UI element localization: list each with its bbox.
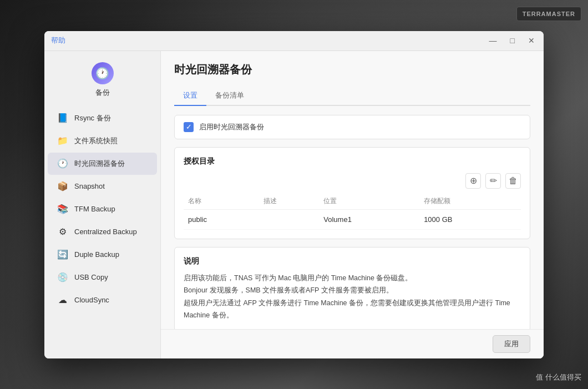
cell-name: public xyxy=(184,209,259,229)
nav-icon-timemachine: 🕐 xyxy=(57,158,69,170)
sidebar-item-centralized-backup[interactable]: ⚙ Centralized Backup xyxy=(48,221,157,243)
notes-title: 说明 xyxy=(184,256,521,266)
notes-section: 说明 启用该功能后，TNAS 可作为 Mac 电脑用户的 Time Machin… xyxy=(174,247,530,329)
titlebar: 帮助 — □ ✕ xyxy=(44,31,544,51)
dir-table: 名称 描述 位置 存储配额 public Volume1 1000 GB xyxy=(184,193,521,230)
col-name: 名称 xyxy=(184,193,259,210)
sidebar-title: 备份 xyxy=(95,88,110,98)
nav-icon-cloudsync: ☁ xyxy=(57,294,69,306)
authorized-dir-card: 授权目录 ⊕ ✏ 🗑 名称 描述 位置 存储配额 xyxy=(174,147,530,239)
note-line: 超级用户无法通过 AFP 文件服务进行 Time Machine 备份，您需要创… xyxy=(184,297,521,322)
enable-label: 启用时光回溯器备份 xyxy=(199,122,264,132)
check-icon: ✓ xyxy=(186,123,192,130)
sidebar-item-usb-copy[interactable]: 💿 USB Copy xyxy=(48,266,157,289)
main-header: 时光回溯器备份 设置备份清单 xyxy=(161,51,544,106)
tab-backup-list[interactable]: 备份清单 xyxy=(206,86,253,106)
page-title: 时光回溯器备份 xyxy=(174,62,530,77)
cell-desc xyxy=(259,209,320,229)
sidebar-item-rsync[interactable]: 📘 Rsync 备份 xyxy=(48,107,157,129)
nav-icon-duple-backup: 🔄 xyxy=(57,249,69,261)
main-window: 帮助 — □ ✕ 🕐 备份 📘 Rsync 备份 📁 文件系统快照 🕐 时光回溯… xyxy=(44,31,544,358)
nav-label-rsync: Rsync 备份 xyxy=(74,113,111,123)
nav-icon-rsync: 📘 xyxy=(57,112,69,124)
table-actions: ⊕ ✏ 🗑 xyxy=(184,173,521,189)
notes-body: 启用该功能后，TNAS 可作为 Mac 电脑用户的 Time Machine 备… xyxy=(184,272,521,322)
watermark: 值 什么值得买 xyxy=(536,372,581,382)
cell-quota: 1000 GB xyxy=(419,209,521,229)
nav-icon-tfm-backup: 📚 xyxy=(57,203,69,215)
window-body: 🕐 备份 📘 Rsync 备份 📁 文件系统快照 🕐 时光回溯器备份 📦 Sna… xyxy=(44,51,544,358)
nav-icon-usb-copy: 💿 xyxy=(57,271,69,284)
table-row: public Volume1 1000 GB xyxy=(184,209,521,229)
minimize-button[interactable]: — xyxy=(487,36,499,46)
sidebar-item-snapshot[interactable]: 📦 Snapshot xyxy=(48,175,157,198)
app-icon: 🕐 xyxy=(92,62,114,84)
nav-label-tfm-backup: TFM Backup xyxy=(74,205,115,213)
tabs: 设置备份清单 xyxy=(174,86,530,106)
nav-label-duple-backup: Duple Backup xyxy=(74,250,119,259)
enable-row: ✓ 启用时光回溯器备份 xyxy=(174,115,530,139)
main-body: ✓ 启用时光回溯器备份 授权目录 ⊕ ✏ 🗑 名称 xyxy=(161,106,544,329)
edit-dir-button[interactable]: ✏ xyxy=(485,173,501,189)
enable-checkbox[interactable]: ✓ xyxy=(184,122,194,132)
close-button[interactable]: ✕ xyxy=(526,36,537,46)
nav-label-centralized-backup: Centralized Backup xyxy=(74,228,137,236)
nav-icon-snapshot: 📦 xyxy=(57,180,69,193)
window-controls: — □ ✕ xyxy=(487,36,537,46)
sidebar-item-duple-backup[interactable]: 🔄 Duple Backup xyxy=(48,244,157,266)
nav-icon-filesystem-snapshot: 📁 xyxy=(57,135,69,147)
col-location: 位置 xyxy=(319,193,419,210)
delete-dir-button[interactable]: 🗑 xyxy=(505,173,521,189)
terramaster-logo: TERRAMASTER xyxy=(516,7,581,21)
nav-label-timemachine: 时光回溯器备份 xyxy=(74,159,125,169)
col-desc: 描述 xyxy=(259,193,320,210)
authorized-dir-title: 授权目录 xyxy=(184,156,521,166)
note-line: 启用该功能后，TNAS 可作为 Mac 电脑用户的 Time Machine 备… xyxy=(184,272,521,285)
footer-bar: 应用 xyxy=(161,329,544,358)
cell-location: Volume1 xyxy=(319,209,419,229)
help-link[interactable]: 帮助 xyxy=(51,36,65,46)
add-dir-button[interactable]: ⊕ xyxy=(465,173,481,189)
nav-icon-centralized-backup: ⚙ xyxy=(57,226,69,238)
apply-button[interactable]: 应用 xyxy=(493,335,530,353)
note-line: Bonjour 发现服务，SMB 文件服务或者AFP 文件服务需要被启用。 xyxy=(184,284,521,297)
tab-settings[interactable]: 设置 xyxy=(174,86,206,106)
nav-label-cloudsync: CloudSync xyxy=(74,296,109,304)
sidebar-item-filesystem-snapshot[interactable]: 📁 文件系统快照 xyxy=(48,130,157,152)
table-header-row: 名称 描述 位置 存储配额 xyxy=(184,193,521,210)
restore-button[interactable]: □ xyxy=(508,36,517,46)
sidebar-item-cloudsync[interactable]: ☁ CloudSync xyxy=(48,289,157,311)
main-content: 时光回溯器备份 设置备份清单 ✓ 启用时光回溯器备份 授权目录 ⊕ xyxy=(161,51,544,358)
nav-label-filesystem-snapshot: 文件系统快照 xyxy=(74,136,118,146)
sidebar: 🕐 备份 📘 Rsync 备份 📁 文件系统快照 🕐 时光回溯器备份 📦 Sna… xyxy=(44,51,161,358)
nav-label-usb-copy: USB Copy xyxy=(74,273,108,281)
sidebar-item-tfm-backup[interactable]: 📚 TFM Backup xyxy=(48,198,157,220)
sidebar-header: 🕐 备份 xyxy=(44,58,160,107)
col-quota: 存储配额 xyxy=(419,193,521,210)
sidebar-item-timemachine[interactable]: 🕐 时光回溯器备份 xyxy=(48,153,157,175)
app-icon-symbol: 🕐 xyxy=(95,67,109,80)
sidebar-nav: 📘 Rsync 备份 📁 文件系统快照 🕐 时光回溯器备份 📦 Snapshot… xyxy=(44,107,160,358)
nav-label-snapshot: Snapshot xyxy=(74,182,105,190)
